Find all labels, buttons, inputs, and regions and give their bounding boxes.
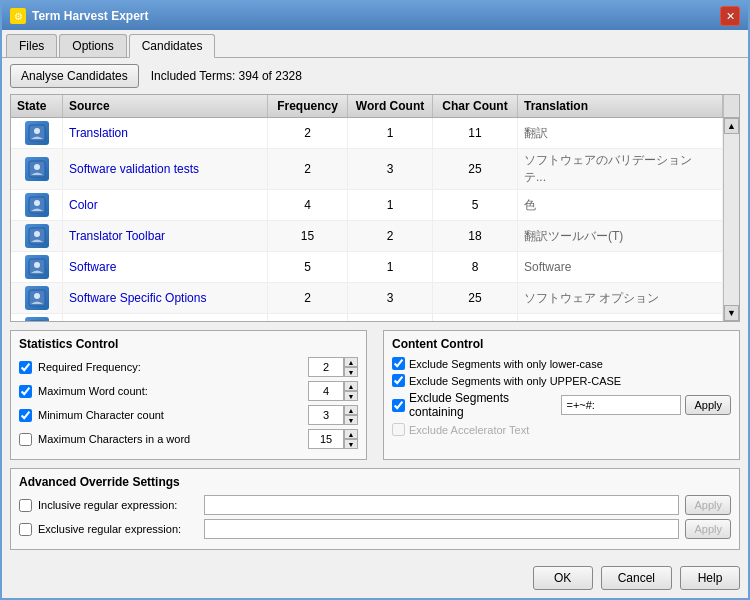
stat-input-2[interactable] [308,405,344,425]
bottom-controls: Statistics Control Required Frequency: ▲… [2,322,748,558]
freq-cell-3: 15 [268,221,348,251]
exclude-containing-row: Exclude Segments containing Apply [392,391,731,419]
table-row[interactable]: Translated4110翻訳 [11,314,723,321]
advanced-label-0: Inclusive regular expression: [38,499,198,511]
content-check-2[interactable] [392,423,405,436]
app-icon: ⚙ [10,8,26,24]
source-cell-4: Software [63,252,268,282]
stat-check-3[interactable] [19,433,32,446]
advanced-apply-1[interactable]: Apply [685,519,731,539]
stat-check-1[interactable] [19,385,32,398]
table-row[interactable]: Software validation tests2325ソフトウェアのバリデー… [11,149,723,190]
analyse-candidates-button[interactable]: Analyse Candidates [10,64,139,88]
advanced-input-1[interactable] [204,519,679,539]
col-header-source: Source [63,95,268,117]
scroll-up-btn[interactable]: ▲ [724,118,739,134]
content-control: Content Control Exclude Segments with on… [383,330,740,460]
cc-cell-0: 11 [433,118,518,148]
source-cell-1: Software validation tests [63,149,268,189]
advanced-check-1[interactable] [19,523,32,536]
freq-cell-0: 2 [268,118,348,148]
stat-spin-down-2[interactable]: ▼ [344,415,358,425]
state-icon-4 [25,255,49,279]
candidates-table: State Source Frequency Word Count Char C… [10,94,740,322]
freq-cell-5: 2 [268,283,348,313]
advanced-input-0[interactable] [204,495,679,515]
stat-check-0[interactable] [19,361,32,374]
stat-spin-3: ▲ ▼ [308,429,358,449]
freq-cell-2: 4 [268,190,348,220]
advanced-row-0: Inclusive regular expression: Apply [19,495,731,515]
advanced-row-1: Exclusive regular expression: Apply [19,519,731,539]
stat-label-1: Maximum Word count: [38,385,302,397]
stat-spin-down-0[interactable]: ▼ [344,367,358,377]
advanced-title: Advanced Override Settings [19,475,731,489]
scroll-down-btn[interactable]: ▼ [724,305,739,321]
ok-button[interactable]: OK [533,566,593,590]
content-check-item-0: Exclude Segments with only lower-case [392,357,731,370]
wc-cell-3: 2 [348,221,433,251]
table-row[interactable]: Translation2111翻訳 [11,118,723,149]
exclude-containing-check[interactable] [392,399,405,412]
tab-candidates[interactable]: Candidates [129,34,216,58]
scroll-track [724,134,739,305]
cancel-button[interactable]: Cancel [601,566,672,590]
table-row[interactable]: Software518Software [11,252,723,283]
stat-spin-down-1[interactable]: ▼ [344,391,358,401]
state-cell-0 [11,118,63,148]
stat-input-0[interactable] [308,357,344,377]
footer-buttons: OK Cancel Help [2,558,748,598]
stat-item-1: Maximum Word count: ▲ ▼ [19,381,358,401]
cc-cell-6: 10 [433,314,518,321]
stat-item-3: Maximum Characters in a word ▲ ▼ [19,429,358,449]
col-header-state: State [11,95,63,117]
stat-spin-btns-0: ▲ ▼ [344,357,358,377]
stat-spin-down-3[interactable]: ▼ [344,439,358,449]
statistics-control: Statistics Control Required Frequency: ▲… [10,330,367,460]
close-button[interactable]: ✕ [720,6,740,26]
stat-spin-btns-1: ▲ ▼ [344,381,358,401]
stat-label-3: Maximum Characters in a word [38,433,302,445]
content-check-1[interactable] [392,374,405,387]
stat-spin-up-2[interactable]: ▲ [344,405,358,415]
table-row[interactable]: Software Specific Options2325ソフトウェア オプショ… [11,283,723,314]
tab-files[interactable]: Files [6,34,57,57]
content-label-0: Exclude Segments with only lower-case [409,358,603,370]
content-label-1: Exclude Segments with only UPPER-CASE [409,375,621,387]
stat-spin-up-0[interactable]: ▲ [344,357,358,367]
wc-cell-1: 3 [348,149,433,189]
trans-cell-1: ソフトウェアのバリデーション テ... [518,149,723,189]
trans-cell-2: 色 [518,190,723,220]
stat-spin-up-3[interactable]: ▲ [344,429,358,439]
state-icon-0 [25,121,49,145]
stat-spin-0: ▲ ▼ [308,357,358,377]
trans-cell-6: 翻訳 [518,314,723,321]
table-row[interactable]: Color415色 [11,190,723,221]
table-row[interactable]: Translator Toolbar15218翻訳ツールバー(T) [11,221,723,252]
col-header-frequency: Frequency [268,95,348,117]
state-icon-6 [25,317,49,321]
svg-point-9 [34,262,40,268]
tab-options[interactable]: Options [59,34,126,57]
stat-input-3[interactable] [308,429,344,449]
advanced-apply-0[interactable]: Apply [685,495,731,515]
svg-point-11 [34,293,40,299]
cc-cell-4: 8 [433,252,518,282]
scrollbar[interactable]: ▲ ▼ [723,118,739,321]
stat-item-0: Required Frequency: ▲ ▼ [19,357,358,377]
stat-check-2[interactable] [19,409,32,422]
exclude-containing-input[interactable] [561,395,681,415]
advanced-check-0[interactable] [19,499,32,512]
freq-cell-6: 4 [268,314,348,321]
content-check-item-2: Exclude Accelerator Text [392,423,731,436]
stat-spin-up-1[interactable]: ▲ [344,381,358,391]
content-check-item-1: Exclude Segments with only UPPER-CASE [392,374,731,387]
state-cell-1 [11,149,63,189]
content-title: Content Control [392,337,731,351]
svg-point-7 [34,231,40,237]
stat-input-1[interactable] [308,381,344,401]
exclude-containing-apply-button[interactable]: Apply [685,395,731,415]
state-icon-1 [25,157,49,181]
content-check-0[interactable] [392,357,405,370]
help-button[interactable]: Help [680,566,740,590]
